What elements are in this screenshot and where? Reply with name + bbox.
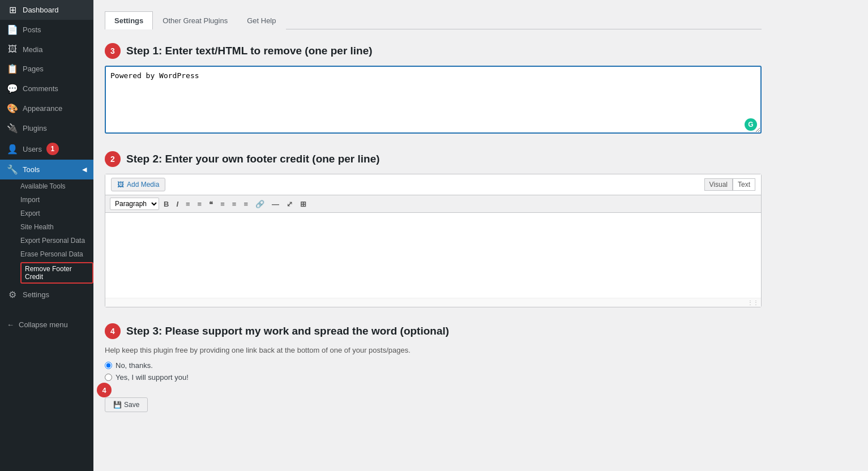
sidebar-item-label: Comments xyxy=(23,84,58,93)
radio-yes-support-label: Yes, I will support you! xyxy=(116,373,189,382)
pages-icon: 📋 xyxy=(7,63,18,74)
align-center-button[interactable]: ≡ xyxy=(229,199,240,209)
sidebar-item-settings[interactable]: ⚙ Settings xyxy=(0,285,93,305)
sidebar-sub-site-health[interactable]: Site Health xyxy=(20,220,93,234)
sidebar-item-dashboard[interactable]: ⊞ Dashboard xyxy=(0,0,93,20)
dashboard-icon: ⊞ xyxy=(7,5,18,15)
align-left-button[interactable]: ≡ xyxy=(217,199,228,209)
step1-heading-text: Step 1: Enter text/HTML to remove (one p… xyxy=(126,45,373,57)
link-button[interactable]: 🔗 xyxy=(253,199,267,209)
radio-no-thanks-label: No, thanks. xyxy=(116,361,153,370)
horizontal-rule-button[interactable]: — xyxy=(269,199,282,209)
sidebar-item-label: Tools xyxy=(23,165,40,174)
step3-badge: 4 xyxy=(105,323,121,339)
radio-no-thanks: No, thanks. xyxy=(105,361,762,370)
users-badge: 1 xyxy=(46,143,59,155)
sidebar-item-label: Users xyxy=(23,145,42,153)
step2-heading: 2 Step 2: Enter your own footer credit (… xyxy=(105,151,762,167)
unordered-list-button[interactable]: ≡ xyxy=(183,199,193,209)
plugins-icon: 🔌 xyxy=(7,123,18,134)
tools-icon: 🔧 xyxy=(7,164,18,175)
step3-section: 4 Step 3: Please support my work and spr… xyxy=(105,323,762,412)
sidebar-item-posts[interactable]: 📄 Posts xyxy=(0,20,93,40)
ordered-list-button[interactable]: ≡ xyxy=(195,199,205,209)
sidebar-sub-erase-personal-data[interactable]: Erase Personal Data xyxy=(20,247,93,261)
appearance-icon: 🎨 xyxy=(7,103,18,114)
tab-other-great-plugins[interactable]: Other Great Plugins xyxy=(153,11,237,29)
collapse-menu-button[interactable]: ← Collapse menu xyxy=(0,316,93,333)
radio-yes-support-input[interactable] xyxy=(105,374,112,381)
sidebar-item-label: Plugins xyxy=(23,124,47,132)
step1-textarea[interactable]: Powered by WordPress xyxy=(105,66,762,134)
editor-toolbar: Paragraph B I ≡ ≡ ❝ ≡ ≡ ≡ 🔗 — ⤢ ⊞ xyxy=(105,195,761,213)
main-content: Settings Other Great Plugins Get Help 3 … xyxy=(93,0,868,471)
save-button[interactable]: 💾 Save xyxy=(105,397,148,412)
sidebar-sub-export-personal-data[interactable]: Export Personal Data xyxy=(20,234,93,247)
sidebar-sub-export[interactable]: Export xyxy=(20,207,93,220)
support-text: Help keep this plugin free by providing … xyxy=(105,346,762,354)
tabs-bar: Settings Other Great Plugins Get Help xyxy=(105,11,762,29)
italic-button[interactable]: I xyxy=(173,199,181,209)
sidebar-item-users[interactable]: 👤 Users 1 xyxy=(0,138,93,160)
editor-top-bar: 🖼 Add Media Visual Text xyxy=(105,174,761,195)
sidebar-item-tools[interactable]: 🔧 Tools ◀ xyxy=(0,160,93,179)
fullscreen-button[interactable]: ⤢ xyxy=(284,199,296,209)
add-media-label: Add Media xyxy=(127,181,159,189)
sidebar-sub-available-tools[interactable]: Available Tools xyxy=(20,179,93,193)
step2-badge: 2 xyxy=(105,151,121,167)
step1-badge: 3 xyxy=(105,43,121,59)
collapse-label: Collapse menu xyxy=(19,320,68,329)
sidebar-sub-import[interactable]: Import xyxy=(20,193,93,207)
sidebar-item-label: Settings xyxy=(23,290,49,299)
sidebar-item-label: Media xyxy=(23,45,42,54)
sidebar-item-label: Posts xyxy=(23,25,41,34)
editor-content-area[interactable] xyxy=(105,213,761,298)
save-icon: 💾 xyxy=(113,401,122,409)
step1-section: 3 Step 1: Enter text/HTML to remove (one… xyxy=(105,43,762,135)
step1-textarea-wrapper: Powered by WordPress G xyxy=(105,66,762,135)
tools-submenu: Available Tools Import Export Site Healt… xyxy=(0,179,93,285)
sidebar-item-label: Appearance xyxy=(23,104,62,113)
add-media-icon: 🖼 xyxy=(117,181,124,189)
radio-no-thanks-input[interactable] xyxy=(105,362,112,369)
media-icon: 🖼 xyxy=(7,44,18,54)
sidebar-sub-remove-footer-credit[interactable]: Remove Footer Credit xyxy=(20,262,93,284)
step2-section: 2 Step 2: Enter your own footer credit (… xyxy=(105,151,762,307)
align-right-button[interactable]: ≡ xyxy=(241,199,251,209)
step1-heading: 3 Step 1: Enter text/HTML to remove (one… xyxy=(105,43,762,59)
settings-icon: ⚙ xyxy=(7,289,18,300)
users-icon: 👤 xyxy=(7,144,18,155)
visual-text-tabs: Visual Text xyxy=(704,178,755,191)
radio-yes-support: Yes, I will support you! xyxy=(105,373,762,382)
tab-get-help[interactable]: Get Help xyxy=(237,11,285,29)
posts-icon: 📄 xyxy=(7,24,18,35)
paragraph-select[interactable]: Paragraph xyxy=(110,198,159,210)
step3-heading-text: Step 3: Please support my work and sprea… xyxy=(126,325,449,337)
tab-visual[interactable]: Visual xyxy=(704,178,733,191)
blockquote-button[interactable]: ❝ xyxy=(206,199,216,209)
wysiwyg-editor: 🖼 Add Media Visual Text Paragraph B I ≡ xyxy=(105,174,762,307)
save-label: Save xyxy=(124,401,139,409)
sidebar-item-plugins[interactable]: 🔌 Plugins xyxy=(0,118,93,138)
grammarly-icon: G xyxy=(745,118,757,131)
comments-icon: 💬 xyxy=(7,83,18,94)
tab-text[interactable]: Text xyxy=(733,178,755,191)
editor-resize-handle[interactable]: ⋮⋮ xyxy=(105,298,761,307)
sidebar-item-comments[interactable]: 💬 Comments xyxy=(0,79,93,99)
bold-button[interactable]: B xyxy=(161,199,172,209)
tab-settings[interactable]: Settings xyxy=(105,11,153,29)
step3-heading: 4 Step 3: Please support my work and spr… xyxy=(105,323,762,339)
sidebar-item-appearance[interactable]: 🎨 Appearance xyxy=(0,99,93,118)
step2-heading-text: Step 2: Enter your own footer credit (on… xyxy=(126,153,380,165)
collapse-icon: ← xyxy=(7,320,14,329)
table-button[interactable]: ⊞ xyxy=(297,199,309,209)
step4-badge: 4 xyxy=(97,383,112,397)
add-media-button[interactable]: 🖼 Add Media xyxy=(111,178,165,191)
sidebar-item-label: Dashboard xyxy=(23,6,59,14)
sidebar: ⊞ Dashboard 📄 Posts 🖼 Media 📋 Pages 💬 Co… xyxy=(0,0,93,471)
sidebar-item-label: Pages xyxy=(23,65,44,73)
sidebar-item-pages[interactable]: 📋 Pages xyxy=(0,59,93,79)
sidebar-item-media[interactable]: 🖼 Media xyxy=(0,40,93,59)
